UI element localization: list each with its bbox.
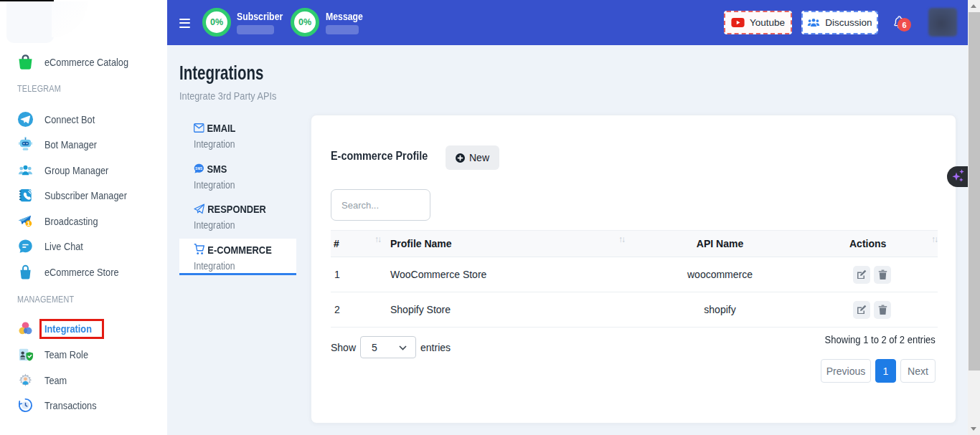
svg-text:SMS: SMS — [195, 167, 203, 171]
svg-text:1: 1 — [27, 221, 31, 227]
